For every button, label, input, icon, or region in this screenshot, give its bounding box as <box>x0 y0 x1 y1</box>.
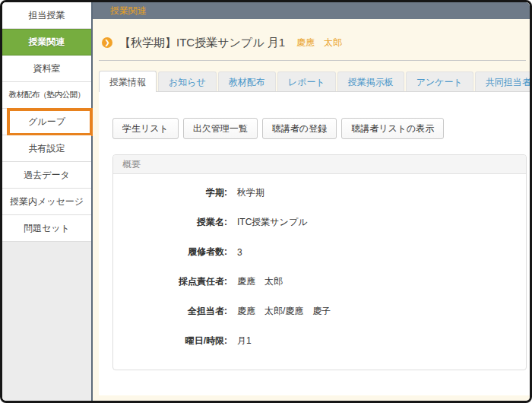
tab-bar: 授業情報 お知らせ 教材配布 レポート 授業掲示板 アンケート 共同担当者 / … <box>99 70 530 91</box>
breadcrumb-bar: 授業関連 <box>93 2 530 19</box>
tab-survey[interactable]: アンケート <box>406 71 473 91</box>
field-value-day-period: 月1 <box>237 335 252 347</box>
sidebar-item-label: 教材配布（塾内公開） <box>9 90 85 100</box>
sidebar-filler <box>2 242 91 401</box>
main-area: 授業関連 ❯ 【秋学期】ITC授業サンプル 月1 慶應 太郎 授業情報 お知らせ… <box>93 2 530 401</box>
overview-row: 全担当者: 慶應 太郎/慶應 慶子 <box>113 297 526 326</box>
field-value-enrolled-count: 3 <box>237 247 242 258</box>
sidebar-item-group[interactable]: グループ <box>2 109 91 135</box>
sidebar-item-label: 授業関連 <box>29 36 65 49</box>
tab-material-distribution[interactable]: 教材配布 <box>218 71 276 91</box>
field-value-semester: 秋学期 <box>237 186 264 199</box>
sidebar-item-label: 担当授業 <box>29 9 65 22</box>
sidebar-item-label: グループ <box>28 116 65 129</box>
action-button-row: 学生リスト 出欠管理一覧 聴講者の登録 聴講者リストの表示 <box>112 118 530 139</box>
student-list-button[interactable]: 学生リスト <box>112 118 179 139</box>
instructor-name[interactable]: 慶應 太郎 <box>296 36 342 49</box>
sidebar-item-label: 資料室 <box>33 62 61 75</box>
overview-row: 履修者数: 3 <box>113 237 526 267</box>
sidebar-item-share-settings[interactable]: 共有設定 <box>2 135 91 162</box>
breadcrumb-label: 授業関連 <box>110 5 147 16</box>
field-label-all-instructors: 全担当者: <box>113 305 227 318</box>
sidebar: 担当授業 授業関連 資料室 教材配布（塾内公開） グループ 共有設定 過去データ… <box>2 2 93 401</box>
tab-news[interactable]: お知らせ <box>158 71 217 91</box>
sidebar-item-label: 授業内メッセージ <box>10 195 84 208</box>
tab-content-panel: 学生リスト 出欠管理一覧 聴講者の登録 聴講者リストの表示 概要 学期: 秋学期… <box>99 91 530 395</box>
overview-panel-title: 概要 <box>113 155 526 174</box>
field-value-all-instructors: 慶應 太郎/慶應 慶子 <box>237 305 331 318</box>
field-label-grading-responsible: 採点責任者: <box>113 275 227 288</box>
overview-row: 学期: 秋学期 <box>113 178 526 208</box>
sidebar-item-label: 共有設定 <box>29 142 65 155</box>
course-header: ❯ 【秋学期】ITC授業サンプル 月1 慶應 太郎 <box>99 19 526 61</box>
field-value-grading-responsible: 慶應 太郎 <box>237 275 283 288</box>
tab-class-board[interactable]: 授業掲示板 <box>337 71 404 91</box>
sidebar-item-question-sets[interactable]: 問題セット <box>2 215 91 242</box>
tab-co-instructors[interactable]: 共同担当者 / 授業補助者 <box>475 71 532 91</box>
field-label-class-name: 授業名: <box>113 216 227 229</box>
auditor-list-button[interactable]: 聴講者リストの表示 <box>341 118 444 139</box>
overview-row: 授業名: ITC授業サンプル <box>113 208 526 237</box>
attendance-list-button[interactable]: 出欠管理一覧 <box>183 118 258 139</box>
sidebar-item-past-data[interactable]: 過去データ <box>2 162 91 189</box>
overview-row: 採点責任者: 慶應 太郎 <box>113 267 526 297</box>
tab-report[interactable]: レポート <box>277 71 336 91</box>
sidebar-item-library[interactable]: 資料室 <box>2 56 91 82</box>
sidebar-item-material-distribution[interactable]: 教材配布（塾内公開） <box>2 82 91 109</box>
course-title: 【秋学期】ITC授業サンプル 月1 <box>119 36 285 50</box>
sidebar-item-class-related[interactable]: 授業関連 <box>2 29 91 56</box>
sidebar-item-class-messages[interactable]: 授業内メッセージ <box>2 189 91 215</box>
sidebar-item-label: 問題セット <box>24 222 70 235</box>
field-label-semester: 学期: <box>113 186 227 199</box>
overview-panel: 概要 学期: 秋学期 授業名: ITC授業サンプル 履修者数: 3 <box>112 154 527 370</box>
field-label-enrolled-count: 履修者数: <box>113 246 227 259</box>
field-value-class-name: ITC授業サンプル <box>237 216 307 229</box>
sidebar-item-label: 過去データ <box>24 169 70 182</box>
sidebar-item-assigned-classes[interactable]: 担当授業 <box>2 2 91 29</box>
tab-class-info[interactable]: 授業情報 <box>99 71 157 92</box>
field-label-day-period: 曜日/時限: <box>113 335 227 347</box>
chevron-right-icon: ❯ <box>102 37 112 48</box>
window-frame: 担当授業 授業関連 資料室 教材配布（塾内公開） グループ 共有設定 過去データ… <box>0 0 532 403</box>
auditor-register-button[interactable]: 聴講者の登録 <box>262 118 337 139</box>
overview-row: 曜日/時限: 月1 <box>113 326 526 356</box>
overview-panel-body: 学期: 秋学期 授業名: ITC授業サンプル 履修者数: 3 採点責任者: 慶應… <box>113 174 526 370</box>
